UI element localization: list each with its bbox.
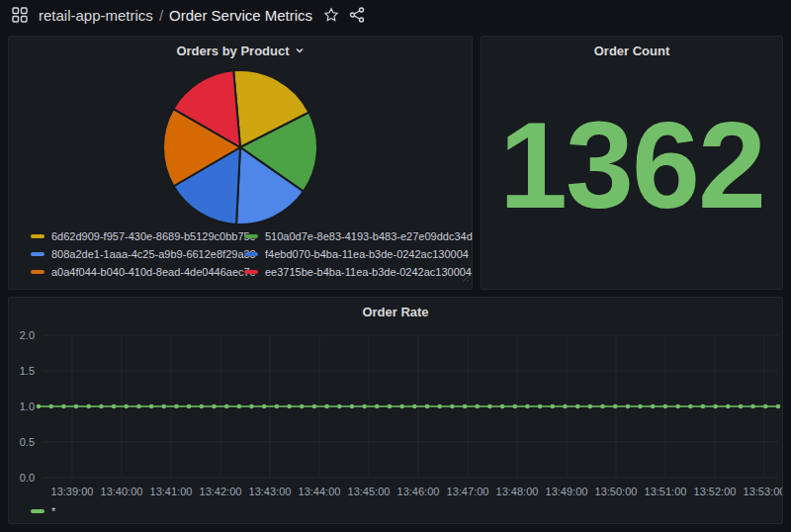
svg-text:13:44:00: 13:44:00 xyxy=(299,486,341,497)
top-bar: retail-app-metrics / Order Service Metri… xyxy=(0,0,791,30)
star-icon[interactable] xyxy=(320,4,342,26)
legend-swatch xyxy=(31,270,44,274)
svg-text:13:45:00: 13:45:00 xyxy=(348,486,391,497)
svg-text:0.0: 0.0 xyxy=(20,472,35,484)
svg-text:13:50:00: 13:50:00 xyxy=(595,486,638,497)
svg-text:13:52:00: 13:52:00 xyxy=(694,486,737,497)
panel-title-text: Orders by Product xyxy=(176,44,289,58)
apps-grid-icon[interactable] xyxy=(9,4,31,26)
panel-title-orders-by-product[interactable]: Orders by Product xyxy=(9,37,472,64)
legend-item[interactable]: 510a0d7e-8e83-4193-b483-e27e09ddc34d xyxy=(244,229,473,243)
svg-text:13:39:00: 13:39:00 xyxy=(51,486,94,497)
share-icon[interactable] xyxy=(346,4,368,26)
svg-text:13:53:00: 13:53:00 xyxy=(744,486,782,497)
rate-line-series[interactable] xyxy=(37,404,781,409)
svg-text:13:49:00: 13:49:00 xyxy=(546,486,588,497)
legend-item[interactable]: f4ebd070-b4ba-11ea-b3de-0242ac130004 xyxy=(244,247,473,261)
svg-text:13:43:00: 13:43:00 xyxy=(249,486,292,497)
legend-item[interactable]: a0a4f044-b040-410d-8ead-4de0446aec7e xyxy=(31,265,244,279)
dashboard: retail-app-metrics / Order Service Metri… xyxy=(0,0,791,532)
panel-resize-handle[interactable] xyxy=(462,269,470,287)
panel-order-rate: Order Rate 0.00.51.01.52.013:39:0013:40:… xyxy=(8,297,783,524)
legend-label: ee3715be-b4ba-11ea-b3de-0242ac130004 xyxy=(265,266,472,278)
legend-label: 510a0d7e-8e83-4193-b483-e27e09ddc34d xyxy=(265,230,473,242)
legend-label: 6d62d909-f957-430e-8689-b5129c0bb75e xyxy=(51,230,256,242)
panel-orders-by-product: Orders by Product 6d62d909-f957-430e-868… xyxy=(8,36,473,290)
legend-swatch xyxy=(244,252,258,256)
legend-swatch xyxy=(244,270,258,274)
order-count-value: 1362 xyxy=(499,104,764,226)
legend-swatch xyxy=(31,234,44,238)
legend-item[interactable]: 6d62d909-f957-430e-8689-b5129c0bb75e xyxy=(31,229,244,243)
legend-swatch xyxy=(31,252,44,256)
legend-label: * xyxy=(51,505,55,517)
legend-swatch xyxy=(31,509,44,513)
svg-text:13:51:00: 13:51:00 xyxy=(645,486,687,497)
svg-text:13:47:00: 13:47:00 xyxy=(447,486,489,497)
pie-chart-area xyxy=(9,64,472,229)
x-axis-labels: 13:39:0013:40:0013:41:0013:42:0013:43:00… xyxy=(51,486,782,497)
svg-text:1.0: 1.0 xyxy=(20,400,35,412)
svg-text:13:48:00: 13:48:00 xyxy=(496,486,539,497)
breadcrumb-folder[interactable]: retail-app-metrics xyxy=(39,7,153,24)
panel-order-count: Order Count 1362 xyxy=(481,36,783,290)
legend-item[interactable]: ee3715be-b4ba-11ea-b3de-0242ac130004 xyxy=(244,265,473,279)
svg-text:0.5: 0.5 xyxy=(20,436,35,448)
panel-title-text: Order Rate xyxy=(362,305,428,319)
panel-title-text: Order Count xyxy=(594,44,670,58)
stat-area: 1362 xyxy=(482,64,782,289)
svg-text:13:40:00: 13:40:00 xyxy=(101,486,143,497)
legend-label: 808a2de1-1aaa-4c25-a9b9-6612e8f29a38 xyxy=(51,248,256,260)
svg-text:13:42:00: 13:42:00 xyxy=(200,486,242,497)
y-axis-labels: 0.00.51.01.52.0 xyxy=(20,329,35,484)
svg-text:13:46:00: 13:46:00 xyxy=(397,486,440,497)
rate-legend-item[interactable]: * xyxy=(9,501,782,517)
legend-label: a0a4f044-b040-410d-8ead-4de0446aec7e xyxy=(51,266,256,278)
chevron-down-icon xyxy=(295,45,305,55)
panel-title-order-count[interactable]: Order Count xyxy=(482,37,782,64)
svg-text:1.5: 1.5 xyxy=(20,365,35,377)
svg-text:2.0: 2.0 xyxy=(20,329,35,341)
legend-label: f4ebd070-b4ba-11ea-b3de-0242ac130004 xyxy=(265,248,469,260)
panel-title-order-rate[interactable]: Order Rate xyxy=(9,298,782,325)
breadcrumb-dashboard-title[interactable]: Order Service Metrics xyxy=(169,7,312,24)
breadcrumb-separator: / xyxy=(159,7,163,24)
pie-legend: 6d62d909-f957-430e-8689-b5129c0bb75e510a… xyxy=(9,229,472,289)
svg-text:13:41:00: 13:41:00 xyxy=(150,486,193,497)
legend-swatch xyxy=(244,234,258,238)
legend-item[interactable]: 808a2de1-1aaa-4c25-a9b9-6612e8f29a38 xyxy=(31,247,244,261)
pie-chart xyxy=(156,68,324,226)
order-rate-chart: 0.00.51.01.52.013:39:0013:40:0013:41:001… xyxy=(9,325,782,501)
